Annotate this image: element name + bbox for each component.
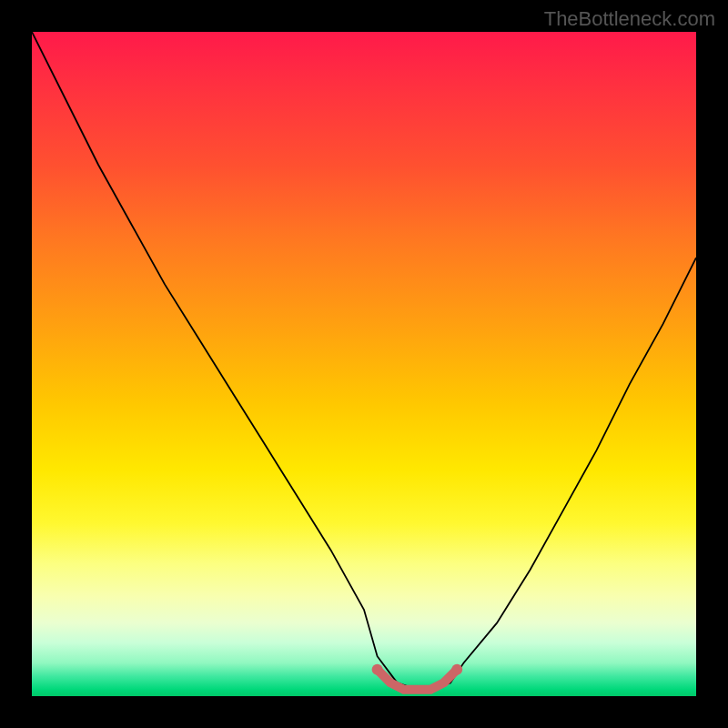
watermark-text: TheBottleneck.com [544,7,715,31]
curve-path [32,32,696,690]
chart-svg [32,32,696,696]
plot-area [32,32,696,696]
marker-dot [451,664,462,675]
marker-dot [372,664,383,675]
